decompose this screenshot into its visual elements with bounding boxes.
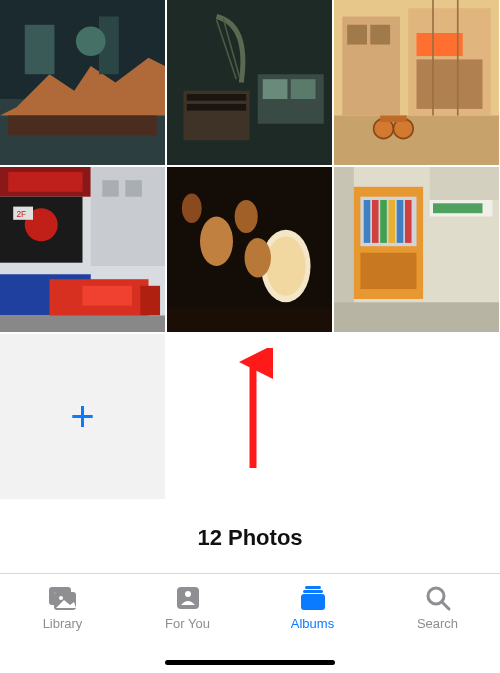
svg-rect-59: [388, 200, 395, 243]
tab-for-you[interactable]: For You: [125, 584, 250, 631]
svg-point-75: [185, 591, 191, 597]
for-you-icon: [171, 584, 205, 612]
svg-rect-10: [291, 79, 316, 99]
svg-rect-60: [397, 200, 404, 243]
svg-point-48: [235, 200, 258, 233]
svg-rect-20: [370, 25, 390, 45]
svg-rect-33: [102, 180, 119, 197]
tab-albums[interactable]: Albums: [250, 584, 375, 631]
svg-rect-61: [405, 200, 412, 243]
svg-rect-12: [187, 94, 246, 101]
svg-text:2F: 2F: [17, 210, 27, 219]
svg-rect-77: [303, 590, 323, 593]
photo-thumbnail[interactable]: 2F: [0, 167, 165, 332]
tab-label: Albums: [291, 616, 334, 631]
svg-rect-22: [417, 33, 463, 56]
search-icon: [421, 584, 455, 612]
svg-rect-56: [364, 200, 371, 243]
tab-label: Search: [417, 616, 458, 631]
svg-point-50: [245, 238, 271, 278]
albums-icon: [296, 584, 330, 612]
svg-rect-13: [187, 104, 246, 111]
svg-point-47: [200, 217, 233, 267]
photo-thumbnail[interactable]: [0, 0, 165, 165]
svg-rect-66: [334, 302, 499, 332]
photo-thumbnail[interactable]: [334, 167, 499, 332]
add-photo-button[interactable]: +: [0, 334, 165, 499]
svg-rect-41: [83, 286, 133, 306]
svg-point-5: [76, 26, 106, 56]
svg-rect-74: [177, 587, 199, 609]
svg-rect-23: [417, 59, 483, 109]
svg-rect-64: [430, 167, 499, 200]
photo-thumbnail[interactable]: [167, 0, 332, 165]
photo-thumbnail[interactable]: [334, 0, 499, 165]
photo-count-label: 12 Photos: [0, 499, 500, 561]
svg-point-72: [59, 596, 63, 600]
svg-rect-3: [25, 25, 55, 75]
home-indicator[interactable]: [165, 660, 335, 665]
library-icon: [46, 584, 80, 612]
svg-line-80: [442, 602, 449, 609]
svg-rect-62: [360, 253, 416, 289]
svg-rect-42: [140, 286, 160, 316]
svg-rect-58: [380, 200, 387, 243]
empty-tile: [334, 334, 499, 499]
tab-label: Library: [43, 616, 83, 631]
svg-rect-34: [125, 180, 141, 197]
svg-rect-76: [305, 586, 321, 589]
photo-thumbnail[interactable]: [167, 167, 332, 332]
photo-grid: 2F: [0, 0, 500, 499]
svg-rect-65: [433, 203, 483, 213]
svg-rect-19: [347, 25, 367, 45]
svg-rect-51: [167, 307, 332, 332]
svg-rect-57: [372, 200, 379, 243]
tab-search[interactable]: Search: [375, 584, 500, 631]
plus-icon: +: [70, 396, 95, 438]
svg-rect-31: [8, 172, 82, 192]
tab-bar: Library For You Albums Search: [0, 573, 500, 673]
svg-rect-6: [8, 116, 157, 136]
tab-label: For You: [165, 616, 210, 631]
svg-point-49: [182, 193, 202, 223]
empty-tile: [167, 334, 332, 499]
svg-point-46: [266, 236, 306, 295]
svg-rect-43: [0, 316, 165, 333]
svg-rect-78: [301, 594, 325, 610]
svg-rect-17: [334, 116, 499, 166]
svg-rect-9: [263, 79, 288, 99]
tab-library[interactable]: Library: [0, 584, 125, 631]
svg-rect-26: [380, 116, 406, 123]
